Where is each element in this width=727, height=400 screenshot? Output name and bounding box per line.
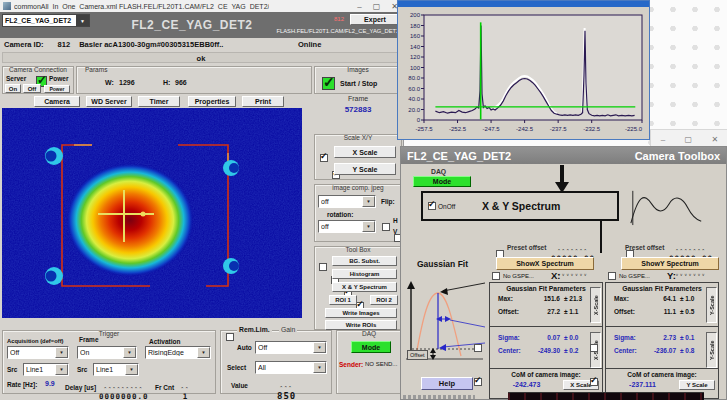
y-scale-vertical-button2[interactable]: Y-Scale (706, 332, 717, 368)
server-on-button[interactable]: On (5, 84, 21, 93)
camera-image-view[interactable] (2, 108, 302, 318)
delay-spinner[interactable]: 0000000.0 (99, 377, 149, 400)
acquisition-label: Acquisition (def=off) (7, 338, 64, 344)
help-button[interactable]: Help (421, 377, 473, 390)
compression-dropdown[interactable]: off ▼ (318, 195, 376, 208)
src2-dropdown[interactable]: Line1 ▼ (93, 363, 139, 376)
com-value: -242.473 (490, 381, 563, 388)
onoff-checkbox[interactable]: ✓ (428, 202, 436, 210)
x-scale-checkbox[interactable]: ✓ (320, 154, 328, 162)
svg-text:-237.5: -237.5 (550, 126, 568, 132)
gain-value-spinner[interactable]: 850 (277, 376, 296, 400)
src2-value: Line1 (96, 366, 125, 373)
no-gspe-x-checkbox[interactable] (492, 272, 500, 280)
y-scale-button[interactable]: Y Scale (334, 163, 396, 175)
x-scale-top-checkbox[interactable] (474, 344, 482, 352)
gain-group: Rem.Lim. Gain Auto Off ▼ Select All ▼ Va… (220, 330, 332, 394)
gain-auto-value: Off (258, 344, 313, 351)
chevron-down-icon: ▼ (362, 221, 375, 232)
xy-spectrum-button[interactable]: X & Y Spectrum (332, 282, 397, 292)
minimize-icon[interactable]: – (661, 135, 665, 144)
acquisition-value: Off (10, 349, 55, 356)
src1-dropdown[interactable]: Line1 ▼ (23, 363, 69, 376)
svg-text:60.0: 60.0 (408, 86, 420, 92)
group-title: Images (315, 66, 401, 73)
flip-h-checkbox[interactable] (382, 223, 390, 231)
camera-button[interactable]: Camera (34, 96, 80, 107)
arrow-down-icon (553, 165, 571, 193)
center-label: Center: (490, 347, 530, 354)
chevron-down-icon: ▼ (125, 364, 138, 375)
sender-status: NO SEND... (365, 361, 397, 367)
power-mini-button[interactable]: Power (44, 85, 70, 93)
expert-button[interactable]: Expert (350, 14, 400, 25)
y-scale-top-checkbox[interactable] (590, 344, 598, 352)
bg-subst-checkbox[interactable] (319, 263, 327, 271)
server-label: Server (6, 75, 26, 82)
rem-lim-checkbox[interactable] (226, 333, 234, 341)
frame-trigger-dropdown[interactable]: On ▼ (77, 346, 137, 359)
no-gspe-y-checkbox[interactable] (608, 272, 616, 280)
activation-dropdown[interactable]: RisingEdge ▼ (145, 346, 211, 359)
flip-h-label: H (393, 217, 398, 224)
x-scale-button[interactable]: X Scale (334, 146, 396, 158)
spectrum-window-titlebar[interactable] (398, 1, 649, 7)
roi2-button[interactable]: ROI 2 (370, 295, 398, 305)
group-title: image comp. jpeg (315, 184, 401, 191)
timer-button[interactable]: Timer (138, 96, 180, 107)
x-scale-vertical-button[interactable]: X-Scale (590, 287, 601, 323)
titlebar: commonAll_In_One_Camera.xml FLASH.FEL/FL… (0, 0, 404, 12)
write-rois-button[interactable]: Write ROIs (325, 320, 397, 330)
center-error: ± 0.2 (560, 347, 594, 354)
rotation-dropdown[interactable]: off ▼ (318, 220, 376, 233)
svg-text:20.0: 20.0 (408, 107, 420, 113)
svg-text:-252.5: -252.5 (449, 126, 467, 132)
frame-trigger-value: On (80, 349, 123, 356)
properties-button[interactable]: Properties (188, 96, 236, 107)
max-value: 64.1 (646, 295, 676, 302)
check-icon: ✓ (474, 376, 482, 385)
minimize-icon[interactable]: – (357, 2, 361, 11)
chevron-down-icon[interactable]: ▼ (76, 15, 89, 26)
x-scale-bottom-checkbox[interactable]: ✓ (474, 378, 482, 386)
y-scale-bottom-checkbox[interactable]: ✓ (590, 378, 598, 386)
daq-mode-button[interactable]: Mode (351, 341, 391, 353)
frcnt-spinner[interactable]: 1 (181, 377, 190, 400)
maximize-icon[interactable]: ▢ (373, 2, 381, 11)
roi1-button[interactable]: ROI 1 (329, 295, 357, 305)
toolbox-daq-label: DAQ (431, 168, 446, 175)
write-images-button[interactable]: Write Images (325, 308, 397, 318)
print-button[interactable]: Print (242, 96, 284, 107)
gain-auto-dropdown[interactable]: Off ▼ (255, 341, 327, 354)
rotation-label: rotation: (327, 211, 353, 218)
camera-selector[interactable]: FL2_CE_YAG_DET2 ▼ (2, 14, 90, 27)
chevron-down-icon: ▼ (55, 347, 68, 358)
image-comp-group: image comp. jpeg off ▼ Flip: rotation: o… (314, 184, 402, 242)
wd-server-button[interactable]: WD Server (86, 96, 132, 107)
check-icon: ✓ (428, 200, 436, 209)
maximize-icon[interactable]: ▢ (685, 135, 693, 144)
max-label: Max: (606, 295, 646, 302)
close-icon[interactable]: ✕ (712, 135, 719, 144)
fit-params-title: Gaussian Fit Parameters (490, 283, 602, 292)
waveform-icon (629, 185, 705, 229)
start-stop-checkbox[interactable]: ✓ (322, 77, 335, 90)
preset-offset-y-label: Preset offset (625, 244, 664, 251)
toolbox-daq-mode-button[interactable]: Mode (413, 176, 471, 187)
frcnt-label: Fr Cnt (155, 384, 174, 391)
flip-label: Flip: (381, 198, 395, 205)
y-scale-button[interactable]: Y Scale (679, 380, 715, 390)
y-scale-vertical-button[interactable]: Y-Scale (706, 287, 717, 323)
chevron-down-icon: ▼ (197, 347, 210, 358)
beam-spot (66, 163, 194, 277)
bg-subst-button[interactable]: BG. Subst. (332, 256, 397, 266)
camera-id-value: 812 (58, 40, 71, 49)
toolbox-header: FL2_CE_YAG_DET2 Camera Toolbox (401, 147, 726, 164)
acquisition-dropdown[interactable]: Off ▼ (7, 346, 69, 359)
server-off-button[interactable]: Off (23, 84, 41, 93)
histogram-button[interactable]: Histogram (332, 269, 397, 279)
device-address: FLASH.FEL/FL20T1.CAM/FL2_CE_YAG_DET2/ (276, 28, 401, 34)
offset-value: 27.2 (530, 308, 560, 315)
camera-main-window: commonAll_In_One_Camera.xml FLASH.FEL/FL… (0, 0, 404, 400)
gain-select-dropdown[interactable]: All ▼ (255, 361, 327, 374)
